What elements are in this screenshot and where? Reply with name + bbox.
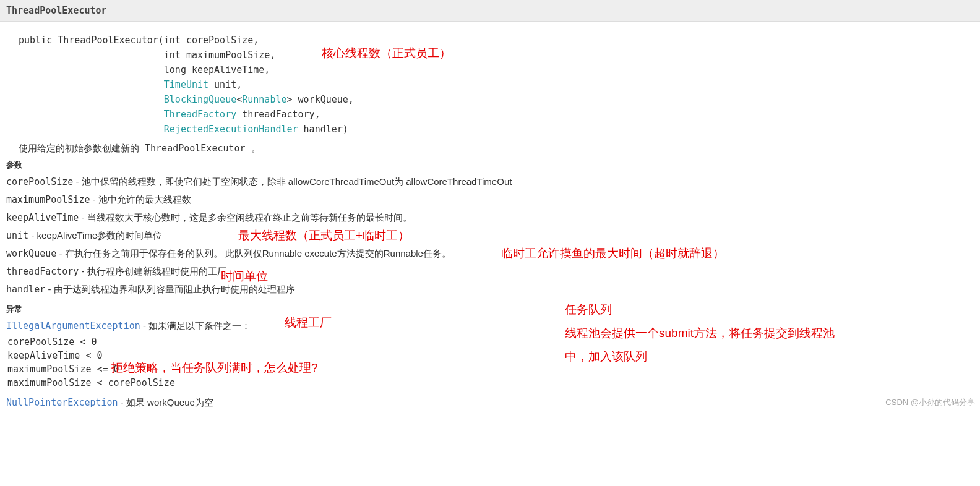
section-params: 参数: [0, 155, 980, 173]
param-unit: unit - keepAliveTime参数的时间单位: [0, 227, 980, 245]
param-desc: - keepAliveTime参数的时间单位: [28, 230, 162, 241]
type-threadfactory: ThreadFactory: [164, 109, 236, 120]
param-keepalivetime: keepAliveTime - 当线程数大于核心数时，这是多余空闲线程在终止之前…: [0, 209, 980, 227]
watermark: CSDN @小孙的代码分享: [885, 397, 975, 408]
param-corepoolsize: corePoolSize - 池中保留的线程数，即使它们处于空闲状态，除非 al…: [0, 173, 980, 191]
annot-corepoolsize: 核心线程数（正式员工）: [322, 45, 451, 61]
annot-workqueue-l2: 线程池会提供一个submit方法，将任务提交到线程池: [565, 326, 835, 339]
param-desc: - 当线程数大于核心数时，这是多余空闲线程在终止之前等待新任务的最长时间。: [79, 212, 411, 223]
exception-name[interactable]: NullPointerException: [6, 397, 118, 408]
type-timeunit: TimeUnit: [164, 79, 208, 90]
code-line-1: public ThreadPoolExecutor(int corePoolSi…: [19, 35, 259, 46]
exception-nullpointer: NullPointerException - 如果 workQueue为空: [0, 390, 980, 412]
cond-maximumpoolsize-lt-core: maximumPoolSize < corePoolSize: [0, 376, 980, 390]
param-name: maximumPoolSize: [6, 194, 90, 205]
annot-workqueue: 任务队列 线程池会提供一个submit方法，将任务提交到线程池 中，加入该队列: [565, 298, 835, 369]
annot-unit: 时间单位: [221, 268, 268, 284]
param-desc: - 池中保留的线程数，即使它们处于空闲状态，除非 allowCoreThread…: [73, 176, 512, 187]
annot-handler: 拒绝策略，当任务队列满时，怎么处理?: [111, 360, 318, 376]
type-blockingqueue: BlockingQueue: [164, 94, 236, 105]
type-runnable: Runnable: [242, 94, 286, 105]
constructor-code: public ThreadPoolExecutor(int corePoolSi…: [0, 22, 980, 137]
param-name: keepAliveTime: [6, 212, 79, 223]
param-name: workQueue: [6, 248, 56, 259]
param-handler: handler - 由于达到线程边界和队列容量而阻止执行时使用的处理程序: [0, 281, 980, 299]
constructor-desc: 使用给定的初始参数创建新的 ThreadPoolExecutor 。: [0, 137, 980, 155]
code-line-3: long keepAliveTime,: [19, 64, 270, 75]
param-threadfactory: threadFactory - 执行程序创建新线程时使用的工厂: [0, 263, 980, 281]
code-line-6-post: threadFactory,: [236, 109, 320, 120]
param-name: handler: [6, 284, 45, 295]
annot-threadfactory: 线程工厂: [285, 315, 332, 331]
code-line-6-pre: [19, 109, 164, 120]
annot-keepalivetime: 临时工允许摸鱼的最大时间（超时就辞退）: [501, 245, 724, 262]
code-line-7-pre: [19, 124, 164, 135]
exception-desc: - 如果满足以下条件之一：: [140, 320, 251, 331]
param-name: threadFactory: [6, 266, 79, 277]
annot-maximumpoolsize: 最大线程数（正式员工+临时工）: [238, 228, 410, 244]
exception-desc: - 如果 workQueue为空: [118, 397, 213, 407]
code-line-4-post: unit,: [208, 79, 242, 90]
annot-workqueue-l3: 中，加入该队列: [565, 350, 647, 363]
class-title: ThreadPoolExecutor: [6, 5, 107, 16]
param-workqueue: workQueue - 在执行任务之前用于保存任务的队列。 此队列仅Runnab…: [0, 245, 980, 263]
code-line-5-pre: [19, 94, 164, 105]
param-desc: - 执行程序创建新线程时使用的工厂: [79, 266, 226, 276]
param-name: unit: [6, 230, 28, 241]
type-rejectedexecutionhandler: RejectedExecutionHandler: [164, 124, 298, 135]
param-desc: - 池中允许的最大线程数: [90, 194, 191, 205]
code-lt: <: [236, 94, 242, 105]
param-maximumpoolsize: maximumPoolSize - 池中允许的最大线程数: [0, 191, 980, 209]
desc-text: 使用给定的初始参数创建新的 ThreadPoolExecutor 。: [19, 143, 260, 154]
annot-workqueue-l1: 任务队列: [565, 303, 612, 316]
code-line-2: int maximumPoolSize,: [19, 49, 275, 61]
code-line-7-post: handler): [298, 124, 348, 135]
exception-name[interactable]: IllegalArgumentException: [6, 320, 140, 331]
header-bar: ThreadPoolExecutor: [0, 0, 980, 22]
param-name: corePoolSize: [6, 176, 73, 187]
code-line-5-post: > workQueue,: [287, 94, 354, 105]
param-desc: - 由于达到线程边界和队列容量而阻止执行时使用的处理程序: [45, 284, 294, 294]
code-line-4-pre: [19, 79, 164, 90]
param-desc: - 在执行任务之前用于保存任务的队列。 此队列仅Runnable execute…: [56, 248, 451, 258]
